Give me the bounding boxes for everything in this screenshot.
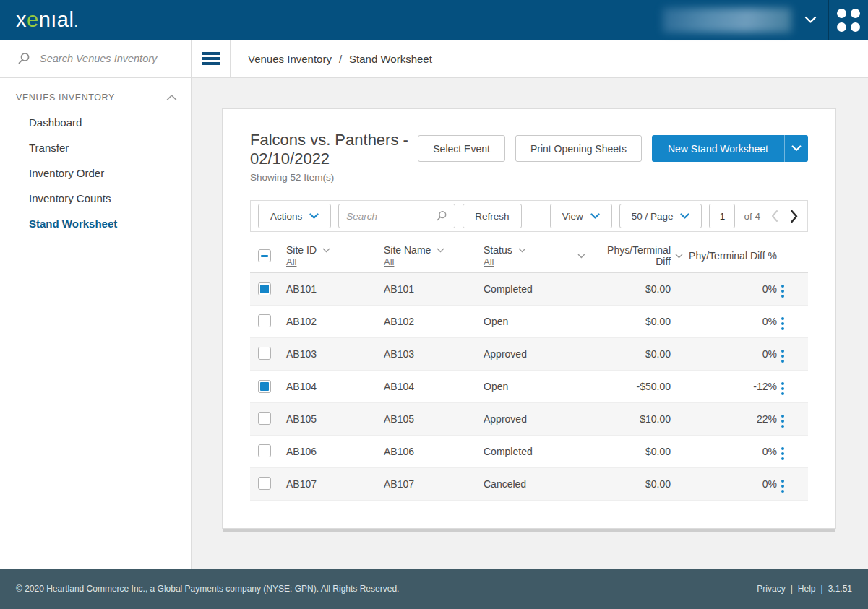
actions-dropdown[interactable]: Actions — [258, 204, 331, 228]
worksheet-card: Falcons vs. Panthers - 02/10/2022 Showin… — [222, 108, 836, 529]
cell-site-id: AB103 — [286, 348, 384, 360]
row-menu-icon[interactable] — [777, 314, 788, 333]
row-checkbox[interactable] — [258, 380, 271, 393]
row-checkbox[interactable] — [258, 412, 271, 425]
search-icon — [17, 52, 30, 65]
cell-status: Canceled — [484, 478, 577, 490]
cell-site-id: AB104 — [286, 381, 384, 392]
breadcrumb-stand-worksheet[interactable]: Stand Worksheet — [349, 53, 432, 65]
cell-phys-terminal-diff: $0.00 — [577, 283, 671, 295]
select-event-button[interactable]: Select Event — [418, 135, 505, 162]
page-size-dropdown[interactable]: 50 / Page — [619, 204, 702, 228]
sidebar-item-dashboard[interactable]: Dashboard — [0, 110, 191, 135]
site-name-filter[interactable]: All — [384, 256, 394, 267]
help-link[interactable]: Help — [798, 584, 816, 594]
sidebar-section-header[interactable]: VENUES INVENTORY — [0, 92, 191, 103]
print-opening-sheets-button[interactable]: Print Opening Sheets — [515, 135, 642, 162]
user-menu-chevron-down-icon — [804, 16, 817, 24]
cell-site-id: AB107 — [286, 478, 384, 490]
chevron-down-icon — [590, 213, 600, 220]
cell-status: Completed — [484, 283, 577, 295]
item-count: Showing 52 Item(s) — [250, 172, 418, 183]
cell-phys-terminal-diff: $0.00 — [577, 446, 671, 457]
table-row[interactable]: AB105AB105Approved$10.0022% — [250, 403, 808, 436]
breadcrumb-venues-inventory[interactable]: Venues Inventory — [248, 53, 332, 65]
sort-chevron-icon — [322, 248, 330, 253]
user-menu[interactable] — [663, 8, 817, 33]
privacy-link[interactable]: Privacy — [757, 584, 785, 594]
row-menu-icon[interactable] — [777, 282, 788, 301]
cell-site-name: AB102 — [384, 316, 484, 327]
apps-grid-button[interactable] — [829, 0, 868, 40]
logo-dot: . — [74, 15, 78, 30]
xenial-logo[interactable]: xenıal. — [16, 9, 78, 30]
cell-phys-terminal-diff: $0.00 — [577, 348, 671, 360]
table-search-input[interactable] — [346, 211, 436, 222]
breadcrumb-bar: Venues Inventory / Stand Worksheet — [192, 40, 868, 78]
page-number-input[interactable] — [709, 204, 735, 228]
content-area: Falcons vs. Panthers - 02/10/2022 Showin… — [192, 78, 868, 569]
new-stand-worksheet-split-button: New Stand Worksheet — [652, 135, 808, 162]
view-label: View — [562, 211, 583, 222]
actions-label: Actions — [270, 211, 302, 222]
cell-status: Approved — [484, 413, 577, 425]
version-text: 3.1.51 — [828, 584, 852, 594]
cell-site-name: AB107 — [384, 478, 484, 490]
table-row[interactable]: AB104AB104Open-$50.00-12% — [250, 371, 808, 403]
sidebar-item-inventory-order[interactable]: Inventory Order — [0, 160, 191, 186]
sidebar-item-inventory-counts[interactable]: Inventory Counts — [0, 186, 191, 211]
table-body: AB101AB101Completed$0.000%AB102AB102Open… — [250, 273, 808, 501]
column-phys-terminal-diff[interactable]: Phys/Terminal Diff — [577, 239, 671, 272]
sidebar: VENUES INVENTORY DashboardTransferInvent… — [0, 40, 192, 569]
menu-toggle-button[interactable] — [192, 40, 231, 77]
cell-phys-terminal-diff: $10.00 — [577, 413, 671, 425]
row-menu-icon[interactable] — [777, 477, 788, 496]
table-row[interactable]: AB103AB103Approved$0.000% — [250, 338, 808, 371]
row-checkbox[interactable] — [258, 282, 271, 295]
cell-site-name: AB101 — [384, 283, 484, 295]
sidebar-item-transfer[interactable]: Transfer — [0, 135, 191, 160]
row-checkbox[interactable] — [258, 314, 271, 327]
column-status[interactable]: Status — [484, 244, 577, 256]
prev-page-icon[interactable] — [769, 210, 781, 223]
main-region: Venues Inventory / Stand Worksheet Falco… — [192, 40, 868, 569]
row-checkbox[interactable] — [258, 444, 271, 457]
table-row[interactable]: AB101AB101Completed$0.000% — [250, 273, 808, 306]
row-menu-icon[interactable] — [777, 412, 788, 431]
view-dropdown[interactable]: View — [550, 204, 612, 228]
row-menu-icon[interactable] — [777, 444, 788, 463]
column-phy-terminal-diff-pct[interactable]: Phy/Terminal Diff % — [671, 239, 777, 272]
worksheet-table: Site ID All Site Name All — [250, 239, 808, 501]
cell-site-name: AB103 — [384, 348, 484, 360]
cell-phy-terminal-diff-pct: 0% — [671, 316, 777, 327]
header-right — [663, 0, 868, 40]
cell-site-id: AB101 — [286, 283, 384, 295]
refresh-button[interactable]: Refresh — [463, 204, 521, 228]
cell-phy-terminal-diff-pct: 0% — [671, 478, 777, 490]
page-total: of 4 — [744, 211, 760, 222]
next-page-icon[interactable] — [788, 210, 800, 223]
cell-site-id: AB105 — [286, 413, 384, 425]
site-id-filter[interactable]: All — [286, 256, 296, 267]
table-row[interactable]: AB106AB106Completed$0.000% — [250, 436, 808, 468]
select-all-checkbox[interactable] — [258, 249, 271, 262]
sidebar-search-input[interactable] — [40, 53, 181, 64]
column-site-name[interactable]: Site Name — [384, 244, 484, 256]
column-site-id[interactable]: Site ID — [286, 244, 384, 256]
toolbar-left: Actions Refresh — [258, 204, 522, 228]
row-checkbox[interactable] — [258, 347, 271, 360]
row-menu-icon[interactable] — [777, 347, 788, 366]
table-row[interactable]: AB102AB102Open$0.000% — [250, 306, 808, 338]
row-menu-icon[interactable] — [777, 379, 788, 398]
row-checkbox[interactable] — [258, 477, 271, 490]
user-name-redacted — [663, 8, 791, 33]
app-root: xenıal. VENUES INVENTORY — [0, 0, 868, 609]
cell-phy-terminal-diff-pct: 0% — [671, 348, 777, 360]
new-stand-worksheet-menu-button[interactable] — [784, 135, 808, 162]
status-filter[interactable]: All — [484, 256, 494, 267]
sidebar-item-stand-worksheet[interactable]: Stand Worksheet — [0, 211, 191, 236]
new-stand-worksheet-button[interactable]: New Stand Worksheet — [652, 135, 784, 162]
middle-region: VENUES INVENTORY DashboardTransferInvent… — [0, 40, 868, 569]
table-row[interactable]: AB107AB107Canceled$0.000% — [250, 468, 808, 501]
sidebar-section-label: VENUES INVENTORY — [16, 92, 115, 103]
